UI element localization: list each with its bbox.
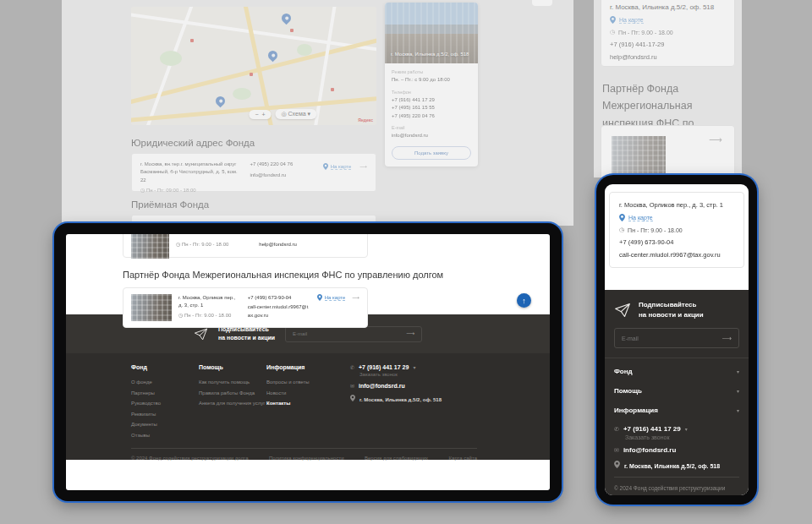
email-link[interactable]: help@fondsrd.ru — [259, 241, 296, 248]
footer-phone-link[interactable]: +7 (916) 441 17 29 — [623, 425, 681, 433]
building-thumbnail — [131, 234, 169, 259]
footer-link[interactable]: Правила работы Фонда — [199, 388, 266, 399]
privacy-policy-link[interactable]: Политика конфиденциальности — [269, 456, 344, 461]
legal-address-heading: Юридический адрес Фонда — [131, 138, 255, 148]
footer-link[interactable]: Анкета для получения услуг — [199, 398, 266, 409]
footer-link[interactable]: Отзывы — [131, 430, 199, 441]
card-arrow-link[interactable]: ⟶ — [709, 134, 722, 145]
subscribe-submit-arrow[interactable]: ⟶ — [406, 330, 414, 337]
email-link[interactable]: call-center.miudol.r9967@tax.gov.ru — [619, 251, 734, 259]
zoom-out-icon[interactable]: − — [255, 112, 258, 117]
paper-plane-icon — [614, 302, 631, 319]
map-pin[interactable] — [214, 95, 228, 108]
address-text: г. Москва, Орликов пер., д. 3, стр. 1 — [619, 201, 734, 209]
card-arrow-link[interactable]: ⟶ — [352, 294, 359, 302]
email-link[interactable]: call-center.miudol.r9967@tax.gov.ru — [248, 303, 310, 319]
partner-heading: Партнёр Фонда Межрегиональная инспекция … — [123, 270, 550, 280]
footer-column-title: Информация — [266, 364, 334, 370]
paper-plane-icon — [194, 327, 208, 341]
phone-link[interactable]: +7 (916) 441 17 29 — [392, 96, 471, 105]
accordion-fond[interactable]: Фонд▾ — [605, 362, 749, 381]
email-link[interactable]: help@fondsrd.ru — [610, 53, 726, 61]
chevron-down-icon: ▾ — [413, 364, 415, 370]
photo-caption: г. Москва, Ильинка д.5/2, оф. 518 — [391, 51, 473, 58]
phone-link[interactable]: +7 (499) 673-90-04 — [248, 294, 310, 302]
email-input[interactable] — [622, 336, 710, 341]
clock-icon: ◷ — [178, 312, 183, 319]
yandex-map[interactable]: − + ◎ Схема ▾ Яндекс — [131, 7, 376, 125]
map-road — [309, 7, 337, 125]
map-layer-selector[interactable]: ◎ Схема ▾ — [276, 109, 317, 119]
copyright-text: © 2024 Фонд содействия реструктуризации … — [131, 456, 248, 461]
email-link[interactable]: info@fondsrd.ru — [250, 172, 314, 179]
footer-link[interactable]: Новости — [266, 388, 334, 399]
footer-link[interactable]: Документы — [131, 419, 199, 430]
callback-link[interactable]: Заказать звонок — [359, 372, 477, 377]
map-link[interactable]: На карте — [331, 164, 352, 170]
clock-icon: ◷ — [176, 241, 180, 248]
metro-marker — [250, 73, 253, 76]
footer-link[interactable]: О фонде — [131, 377, 199, 388]
tablet-screen: ◷ Пн - Пт: 9.00 - 18.00 help@fondsrd.ru … — [66, 234, 550, 490]
footer-phone-link[interactable]: +7 (916) 441 17 29 — [359, 364, 409, 370]
map-link[interactable]: На карте — [619, 17, 644, 24]
footer-email-link[interactable]: info@fondsrd.ru — [623, 446, 676, 454]
footer-link[interactable]: Руководство — [131, 398, 199, 409]
copyright-text: © 2024 Фонд содействия реструктуризации … — [614, 484, 739, 495]
footer-link[interactable]: Партнеры — [131, 388, 199, 399]
legal-address-card[interactable]: г. Москва, вн.тер.г. муниципальный округ… — [131, 153, 376, 192]
map-pin-icon — [317, 294, 322, 301]
reception-card-clipped[interactable]: ◷ Пн - Пт: 9.00 - 18.00 help@fondsrd.ru — [123, 234, 368, 258]
phone-link[interactable]: +7 (499) 673-90-04 — [619, 238, 734, 246]
schedule-text: Пн - Пт: 9.00 - 18.00 — [618, 30, 673, 35]
map-brand: Яндекс — [358, 117, 373, 123]
address-text: г. Москва, Орликов пер., д. 3, стр. 1 — [178, 294, 241, 310]
partner-card-mobile[interactable]: г. Москва, Орликов пер., д. 3, стр. 1 На… — [609, 192, 744, 268]
reception-photo-card: г. Москва, Ильинка д.5/2, оф. 518 Режим … — [385, 3, 478, 166]
subscribe-title-line2: на новости и акции — [218, 335, 275, 341]
phone-link[interactable]: +7 (916) 441-17-29 — [610, 41, 726, 48]
map-layer-label: Схема — [288, 111, 306, 117]
accordion-info[interactable]: Информация▾ — [605, 401, 749, 420]
submit-application-button[interactable]: Подать заявку — [392, 146, 471, 160]
accessibility-version-link[interactable]: Версия для слабовидящих — [365, 456, 428, 461]
phone-link[interactable]: +7 (495) 220 04 76 — [250, 161, 314, 168]
map-park — [160, 51, 182, 66]
map-pin-icon — [350, 395, 355, 401]
phone-link[interactable]: +7 (495) 220 04 76 — [392, 112, 471, 121]
phone-label: Телефон — [392, 90, 471, 95]
phone-icon: ✆ — [614, 426, 619, 433]
partner-card-mobile-clipped[interactable]: ⟶ — [601, 125, 735, 177]
partner-card[interactable]: г. Москва, Орликов пер., д. 3, стр. 1 ◷ … — [123, 287, 368, 328]
subscribe-submit-arrow[interactable]: ⟶ — [722, 335, 732, 342]
footer-link[interactable]: Вопросы и ответы — [266, 377, 334, 388]
footer-link[interactable]: Реквизиты — [131, 409, 199, 420]
zoom-in-icon[interactable]: + — [261, 112, 265, 117]
accordion-help[interactable]: Помощь▾ — [605, 381, 749, 401]
footer-link-contacts-active[interactable]: Контакты — [266, 398, 334, 409]
footer-address: г. Москва, Ильинка д.5/2, оф. 518 — [624, 463, 720, 469]
mobile-footer: Подписывайтесьна новости и акции ⟶ Фонд▾… — [605, 290, 749, 495]
mobile-preview-strip: г. Москва, Ильинка д.5/2, оф. 518 На кар… — [594, 0, 742, 177]
card-arrow-link[interactable]: ⟶ — [359, 163, 367, 171]
map-zoom-controls[interactable]: − + — [249, 110, 271, 119]
map-pin[interactable] — [280, 12, 294, 25]
reception-card-mobile[interactable]: г. Москва, Ильинка д.5/2, оф. 518 На кар… — [601, 0, 735, 67]
map-link[interactable]: На карте — [628, 215, 653, 221]
sitemap-link[interactable]: Карта сайта — [449, 456, 477, 461]
footer-link[interactable]: Как получить помощь — [199, 377, 266, 388]
email-link[interactable]: info@fondsrd.ru — [392, 132, 471, 140]
map-park — [233, 88, 251, 100]
phone-link[interactable]: +7 (495) 161 15 55 — [392, 104, 471, 112]
callback-link[interactable]: Заказать звонок — [625, 434, 739, 440]
layers-icon: ◎ — [282, 111, 287, 117]
map-link[interactable]: На карте — [325, 295, 346, 301]
tablet-device-frame: ◷ Пн - Пт: 9.00 - 18.00 help@fondsrd.ru … — [54, 223, 562, 501]
map-pin[interactable] — [266, 49, 280, 63]
footer-column-title: Помощь — [199, 364, 266, 370]
scroll-to-top-button[interactable]: ↑ — [517, 293, 531, 308]
subscribe-input-wrap: ⟶ — [285, 326, 422, 342]
footer-address: г. Москва, Ильинка д.5/2, оф. 518 — [359, 397, 442, 402]
footer-email-link[interactable]: info@fondsrd.ru — [359, 383, 405, 389]
email-input[interactable] — [293, 331, 390, 336]
